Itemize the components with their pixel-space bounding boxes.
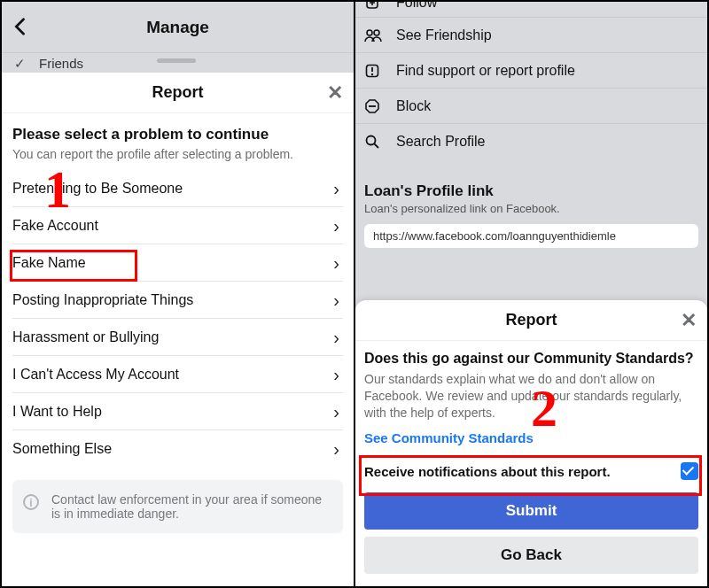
option-fake-account[interactable]: Fake Account›: [12, 207, 343, 244]
svg-point-7: [367, 136, 376, 145]
notification-toggle-row[interactable]: Receive notifications about this report.: [355, 446, 707, 487]
go-back-button[interactable]: Go Back: [364, 537, 698, 574]
option-label: Block: [396, 98, 431, 114]
prompt-block: Please select a problem to continue You …: [2, 113, 354, 170]
sheet-grabber-icon[interactable]: [157, 58, 196, 63]
profile-option-friendship[interactable]: See Friendship: [355, 18, 707, 53]
report-sheet-header: Report ✕: [355, 300, 707, 341]
cs-link[interactable]: See Community Standards: [364, 430, 534, 445]
option-something-else[interactable]: Something Else›: [12, 430, 343, 468]
community-standards-block: Does this go against our Community Stand…: [355, 341, 707, 446]
report-title: Report: [152, 83, 204, 102]
profile-option-search[interactable]: Search Profile: [355, 124, 707, 159]
chevron-right-icon: ›: [333, 170, 339, 207]
profile-option-follow[interactable]: Follow: [355, 2, 707, 18]
close-icon[interactable]: ✕: [327, 81, 343, 104]
option-inappropriate[interactable]: Posting Inappropriate Things›: [12, 282, 343, 319]
option-label: I Want to Help: [12, 404, 102, 419]
report-sheet-left: Report ✕ Please select a problem to cont…: [2, 73, 354, 533]
info-icon: i: [23, 494, 39, 510]
option-label: See Friendship: [396, 27, 492, 43]
profile-url[interactable]: https://www.facebook.com/loannguyenthidi…: [364, 224, 698, 248]
report-sheet-right: Report ✕ Does this go against our Commun…: [355, 300, 707, 586]
right-pane: Follow See Friendship Find support or re…: [355, 2, 707, 586]
option-label: Something Else: [12, 441, 112, 456]
prompt-title: Please select a problem to continue: [12, 126, 343, 143]
cs-description: Our standards explain what we do and don…: [364, 371, 698, 422]
law-notice-text: Contact law enforcement in your area if …: [51, 492, 322, 521]
report-sheet-header: Report ✕: [2, 73, 354, 113]
profile-link-block: Loan's Profile link Loan's personalized …: [355, 174, 707, 219]
report-title: Report: [506, 311, 557, 329]
profile-link-sub: Loan's personalized link on Facebook.: [364, 202, 698, 215]
friends-row: ✓ Friends: [2, 53, 354, 73]
friends-label: Friends: [39, 56, 83, 71]
block-icon: [364, 98, 384, 114]
svg-point-1: [367, 30, 372, 35]
profile-option-block[interactable]: Block: [355, 89, 707, 124]
nav-header: Manage: [2, 2, 354, 53]
law-enforcement-notice: i Contact law enforcement in your area i…: [12, 480, 343, 533]
option-label: Fake Account: [12, 218, 98, 233]
submit-label: Submit: [506, 502, 557, 520]
chevron-right-icon: ›: [333, 207, 339, 244]
option-cant-access[interactable]: I Can't Access My Account›: [12, 356, 343, 393]
alert-icon: [364, 63, 384, 79]
submit-button[interactable]: Submit: [364, 492, 698, 530]
svg-point-2: [374, 30, 379, 35]
chevron-right-icon: ›: [333, 282, 339, 319]
plus-icon: [364, 2, 384, 11]
chevron-right-icon: ›: [333, 356, 339, 393]
chevron-right-icon: ›: [333, 244, 339, 282]
search-icon: [364, 134, 384, 150]
option-label: Find support or report profile: [396, 63, 575, 79]
profile-option-report[interactable]: Find support or report profile: [355, 53, 707, 89]
nav-title: Manage: [146, 18, 209, 37]
svg-point-5: [371, 73, 373, 74]
option-harassment[interactable]: Harassment or Bullying›: [12, 319, 343, 356]
goback-label: Go Back: [501, 546, 562, 564]
back-icon[interactable]: [12, 18, 27, 35]
friends-icon: [364, 28, 384, 43]
checkbox-checked-icon[interactable]: [681, 462, 698, 480]
chevron-right-icon: ›: [333, 319, 339, 356]
prompt-subtitle: You can report the profile after selecti…: [12, 147, 343, 161]
friends-check-icon: ✓: [14, 56, 26, 72]
report-options-list: Pretending to Be Someone› Fake Account› …: [2, 170, 354, 468]
cs-question: Does this go against our Community Stand…: [364, 350, 698, 368]
option-label: Follow: [396, 2, 437, 11]
left-pane: Manage ✓ Friends Report ✕ Please select …: [2, 2, 355, 586]
profile-link-title: Loan's Profile link: [364, 182, 698, 200]
option-want-to-help[interactable]: I Want to Help›: [12, 393, 343, 430]
option-pretending[interactable]: Pretending to Be Someone›: [12, 170, 343, 207]
option-fake-name[interactable]: Fake Name›: [12, 244, 343, 282]
chevron-right-icon: ›: [333, 393, 339, 430]
option-label: Search Profile: [396, 134, 486, 150]
close-icon[interactable]: ✕: [681, 309, 697, 332]
chevron-right-icon: ›: [333, 430, 339, 468]
option-label: Posting Inappropriate Things: [12, 292, 193, 307]
option-label: I Can't Access My Account: [12, 367, 179, 382]
option-label: Pretending to Be Someone: [12, 181, 183, 196]
option-label: Harassment or Bullying: [12, 329, 159, 344]
svg-line-8: [375, 144, 379, 149]
option-label: Fake Name: [12, 255, 86, 270]
notification-label: Receive notifications about this report.: [364, 464, 611, 479]
